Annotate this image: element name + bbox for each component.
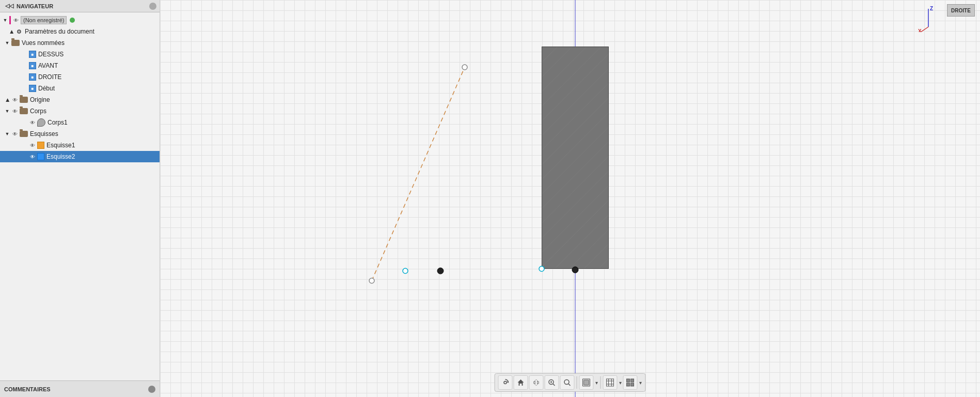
view-options-button[interactable]: [623, 375, 638, 390]
view-icon-droite: ■: [29, 73, 36, 81]
folder-icon-esquisses: [20, 131, 28, 137]
axis-indicator: Z X: [918, 6, 939, 34]
view-icon-dessus: ■: [29, 51, 36, 58]
display-dropdown-arrow[interactable]: ▾: [595, 380, 598, 386]
view-options-dropdown-arrow[interactable]: ▾: [639, 380, 642, 386]
esquisses-toggle[interactable]: ▼: [4, 131, 10, 137]
zoom-fit-button[interactable]: [545, 375, 559, 390]
corps1-eye-icon[interactable]: 👁: [29, 119, 36, 126]
tree-item-dessus[interactable]: ■ DESSUS: [0, 49, 160, 60]
left-panel: ◁◁ NAVIGATEUR ▼ 👁 (Non enregistré) ▶ ⚙ P…: [0, 0, 160, 397]
esquisse1-label: Esquisse1: [46, 142, 75, 149]
folder-icon-origine: [20, 97, 28, 103]
view-options-icon: [626, 378, 635, 387]
svg-line-14: [568, 384, 571, 386]
esquisse1-eye-icon[interactable]: 👁: [29, 142, 36, 149]
tree-item-esquisse1[interactable]: 👁 Esquisse1: [0, 140, 160, 151]
vues-label: Vues nommées: [22, 39, 65, 47]
svg-rect-22: [627, 379, 630, 382]
zoom-button[interactable]: [560, 375, 575, 390]
body-3d-rect: [542, 47, 609, 269]
display-mode-icon: [582, 378, 591, 387]
esquisse2-label: Esquisse2: [46, 153, 75, 160]
svg-marker-6: [507, 381, 509, 383]
body-icon-corps1: [37, 118, 45, 127]
collapse-left-icon[interactable]: ◁◁: [5, 3, 13, 9]
rotate-icon: [501, 378, 510, 387]
zoom-fit-icon: [548, 378, 556, 387]
svg-text:X: X: [918, 28, 922, 32]
corps-label: Corps: [30, 108, 46, 115]
corps1-label: Corps1: [48, 119, 68, 126]
avant-label: AVANT: [38, 62, 58, 69]
svg-rect-24: [627, 383, 630, 386]
svg-marker-8: [518, 379, 524, 386]
svg-line-4: [921, 27, 928, 32]
svg-point-13: [564, 380, 569, 385]
rotate-button[interactable]: [498, 375, 513, 390]
canvas-toolbar: ▾ ▾ ▾: [495, 373, 646, 392]
pan-icon: [532, 378, 541, 387]
pan-button[interactable]: [529, 375, 544, 390]
root-item[interactable]: ▼ 👁 (Non enregistré): [0, 14, 160, 26]
view-icon-debut: ■: [29, 85, 36, 92]
params-toggle[interactable]: ▶: [8, 28, 14, 35]
tree-item-params[interactable]: ▶ ⚙ Paramètres du document: [0, 26, 160, 37]
gear-icon: ⚙: [15, 28, 23, 35]
sketch-icon-esquisse2: [37, 153, 44, 160]
sketch-icon-esquisse1: [37, 142, 44, 149]
green-dot-icon: [70, 18, 75, 23]
tree-item-esquisses[interactable]: ▼ 👁 Esquisses: [0, 128, 160, 140]
params-label: Paramètres du document: [25, 28, 94, 35]
non-recorded-badge: (Non enregistré): [21, 16, 67, 24]
root-eye-icon[interactable]: 👁: [12, 17, 20, 24]
body-hatch: [542, 47, 608, 268]
canvas-area[interactable]: Z X DROITE: [160, 0, 980, 397]
view-cube-face-droite[interactable]: DROITE: [947, 4, 975, 17]
sep1: [577, 376, 577, 389]
tree-item-corps[interactable]: ▼ 👁 Corps: [0, 105, 160, 117]
corps-toggle[interactable]: ▼: [4, 108, 10, 114]
tree-area: ▼ 👁 (Non enregistré) ▶ ⚙ Paramètres du d…: [0, 12, 160, 380]
tree-item-corps1[interactable]: 👁 Corps1: [0, 117, 160, 128]
svg-rect-23: [631, 379, 634, 382]
grid-button[interactable]: [603, 375, 618, 390]
corps-eye-icon[interactable]: 👁: [11, 108, 19, 115]
comments-label: COMMENTAIRES: [4, 386, 51, 392]
esquisses-label: Esquisses: [30, 130, 58, 138]
esquisse2-eye-icon[interactable]: 👁: [29, 153, 36, 160]
tree-item-avant[interactable]: ■ AVANT: [0, 60, 160, 71]
vues-toggle[interactable]: ▼: [4, 40, 10, 46]
svg-line-10: [553, 384, 555, 386]
add-comment-button[interactable]: [148, 386, 155, 393]
droite-label: DROITE: [38, 73, 61, 81]
axis-svg: Z X: [918, 6, 939, 32]
home-button[interactable]: [514, 375, 528, 390]
svg-text:Z: Z: [930, 6, 933, 11]
display-mode-button[interactable]: [579, 375, 594, 390]
tree-item-vues[interactable]: ▼ Vues nommées: [0, 37, 160, 49]
root-marker-icon: [9, 16, 11, 24]
tree-item-esquisse2[interactable]: 👁 Esquisse2: [0, 151, 160, 162]
view-icon-avant: ■: [29, 62, 36, 69]
origine-toggle[interactable]: ▶: [4, 97, 10, 103]
navigator-header: ◁◁ NAVIGATEUR: [0, 0, 160, 12]
svg-point-7: [504, 381, 507, 384]
folder-icon-corps: [20, 108, 28, 114]
home-icon: [517, 378, 525, 387]
root-toggle[interactable]: ▼: [2, 17, 8, 23]
close-navigator-button[interactable]: [149, 3, 156, 10]
dessus-label: DESSUS: [38, 51, 64, 58]
view-cube[interactable]: DROITE: [947, 4, 975, 17]
svg-rect-16: [584, 380, 589, 385]
sep2: [600, 376, 601, 389]
tree-item-droite[interactable]: ■ DROITE: [0, 71, 160, 83]
comments-panel: COMMENTAIRES: [0, 380, 160, 397]
origine-eye-icon[interactable]: 👁: [11, 96, 19, 103]
esquisses-eye-icon[interactable]: 👁: [11, 130, 19, 138]
grid-dropdown-arrow[interactable]: ▾: [619, 380, 622, 386]
tree-item-origine[interactable]: ▶ 👁 Origine: [0, 94, 160, 105]
origine-label: Origine: [30, 96, 50, 103]
tree-item-debut[interactable]: ■ Début: [0, 83, 160, 94]
folder-icon-vues: [11, 40, 20, 46]
